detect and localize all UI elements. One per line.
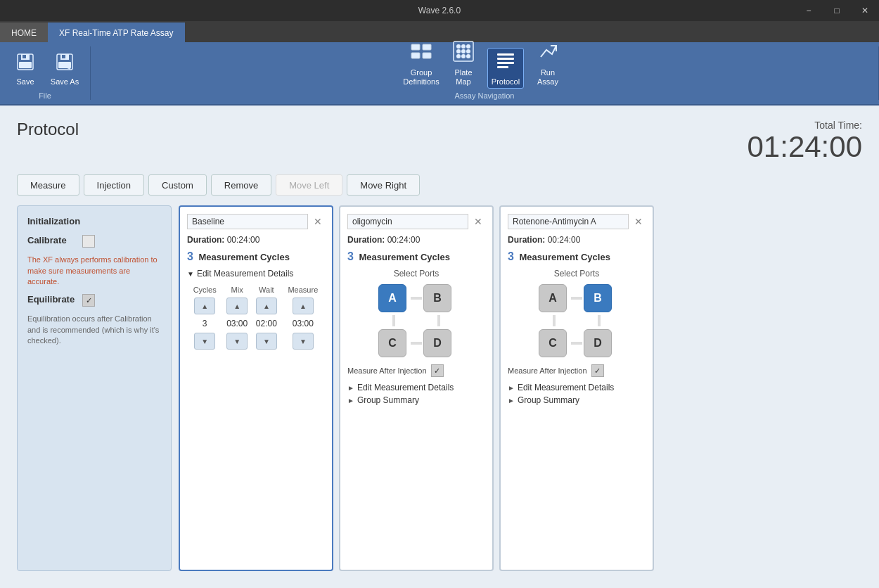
mix-down-button[interactable]: ▼ xyxy=(226,333,248,350)
step-baseline-header: ✕ xyxy=(187,214,325,229)
close-button[interactable]: ✕ xyxy=(851,0,879,21)
total-time-value: 01:24:00 xyxy=(748,131,863,163)
measure-after-rotenone: Measure After Injection ✓ xyxy=(508,364,646,377)
tab-bar: HOME XF Real-Time ATP Rate Assay xyxy=(0,21,879,42)
step-baseline-close[interactable]: ✕ xyxy=(311,215,325,229)
step-baseline-measurement-title: 3 Measurement Cycles xyxy=(187,250,325,263)
restore-button[interactable]: □ xyxy=(823,0,851,21)
protocol-icon xyxy=(494,49,517,76)
mix-header: Mix xyxy=(222,284,252,295)
port-a-button-rotenone[interactable]: A xyxy=(539,284,567,312)
svg-rect-3 xyxy=(23,55,26,58)
port-b-button[interactable]: B xyxy=(423,284,451,312)
step-baseline-duration: Duration: 00:24:00 xyxy=(187,235,325,245)
injection-button[interactable]: Injection xyxy=(84,174,144,196)
step-oligomycin-header: ✕ xyxy=(347,214,485,229)
step-rotenone-close[interactable]: ✕ xyxy=(631,215,646,229)
measure-after-oligomycin-checkbox[interactable]: ✓ xyxy=(431,364,444,377)
svg-text:+: + xyxy=(68,65,71,72)
cycles-up-button[interactable]: ▲ xyxy=(194,298,215,314)
port-d-button-rotenone[interactable]: D xyxy=(584,329,612,357)
title-bar: Wave 2.6.0 − □ ✕ xyxy=(0,0,879,21)
port-connector-bd xyxy=(437,315,440,326)
group-summary-rotenone[interactable]: ► Group Summary xyxy=(508,395,646,405)
group-summary-arrow-rotenone: ► xyxy=(508,397,515,404)
measure-down-button[interactable]: ▼ xyxy=(293,333,314,350)
svg-point-22 xyxy=(466,54,470,58)
move-left-button[interactable]: Move Left xyxy=(276,174,342,196)
table-row-values: 3 03:00 02:00 03:00 xyxy=(187,317,325,331)
svg-rect-25 xyxy=(497,62,514,64)
svg-rect-7 xyxy=(62,55,65,58)
group-definitions-icon xyxy=(410,40,432,67)
move-right-button[interactable]: Move Right xyxy=(347,174,420,196)
measure-after-rotenone-checkbox[interactable]: ✓ xyxy=(591,364,604,377)
equilibrate-checkbox[interactable]: ✓ xyxy=(82,294,95,307)
port-c-button[interactable]: C xyxy=(378,329,406,357)
step-oligomycin-name-input[interactable] xyxy=(347,214,468,229)
remove-button[interactable]: Remove xyxy=(211,174,271,196)
svg-point-15 xyxy=(461,44,466,49)
svg-point-19 xyxy=(466,49,470,53)
plate-map-button[interactable]: Plate Map xyxy=(445,48,482,89)
cycles-header: Cycles xyxy=(187,284,222,295)
measurement-table: Cycles Mix Wait Measure ▲ ▲ ▲ ▲ 3 xyxy=(187,284,325,352)
edit-details-arrow-oligomycin: ► xyxy=(347,384,354,392)
tab-xf-real-time[interactable]: XF Real-Time ATP Rate Assay xyxy=(48,23,185,42)
edit-details-arrow-rotenone: ► xyxy=(508,384,515,392)
calibrate-label: Calibrate xyxy=(27,235,77,245)
ports-grid-oligomycin: A B C D xyxy=(347,283,485,359)
svg-point-21 xyxy=(461,54,466,58)
measure-button[interactable]: Measure xyxy=(17,174,79,196)
svg-rect-9 xyxy=(411,44,420,50)
save-as-button[interactable]: + Save As xyxy=(46,48,83,89)
calibrate-checkbox[interactable] xyxy=(82,235,95,248)
measure-up-button[interactable]: ▲ xyxy=(293,298,314,314)
total-time-block: Total Time: 01:24:00 xyxy=(748,120,863,163)
mix-up-button[interactable]: ▲ xyxy=(226,298,248,314)
svg-rect-2 xyxy=(19,62,32,68)
equilibrate-description: Equilibration occurs after Calibration a… xyxy=(27,314,161,346)
step-rotenone-measurement-title: 3 Measurement Cycles xyxy=(508,250,646,263)
measure-value: 03:00 xyxy=(281,317,325,331)
measure-after-oligomycin: Measure After Injection ✓ xyxy=(347,364,485,377)
svg-point-16 xyxy=(466,44,470,49)
edit-measurement-details-toggle[interactable]: ▼ Edit Measurement Details xyxy=(187,269,325,279)
run-assay-button[interactable]: Run Assay xyxy=(530,48,566,89)
save-button[interactable]: Save xyxy=(7,48,44,89)
protocol-button[interactable]: Protocol xyxy=(487,48,524,89)
custom-button[interactable]: Custom xyxy=(148,174,207,196)
step-rotenone-name-input[interactable] xyxy=(508,214,629,229)
wait-down-button[interactable]: ▼ xyxy=(256,333,277,350)
step-baseline-name-input[interactable] xyxy=(187,214,308,229)
edit-measurement-details-rotenone[interactable]: ► Edit Measurement Details xyxy=(508,383,646,392)
window-controls[interactable]: − □ ✕ xyxy=(795,0,879,21)
plate-map-icon xyxy=(452,40,475,67)
group-definitions-button[interactable]: Group Definitions xyxy=(403,48,440,89)
group-summary-oligomycin[interactable]: ► Group Summary xyxy=(347,395,485,405)
calibrate-row: Calibrate xyxy=(27,235,161,248)
step-oligomycin-close[interactable]: ✕ xyxy=(471,215,485,229)
initialization-panel: Initialization Calibrate The XF always p… xyxy=(17,205,172,571)
step-oligomycin-duration: Duration: 00:24:00 xyxy=(347,235,485,245)
save-as-icon: + xyxy=(55,52,75,76)
port-a-button[interactable]: A xyxy=(378,284,406,312)
protocol-header: Protocol Total Time: 01:24:00 xyxy=(17,120,862,163)
mix-value: 03:00 xyxy=(222,317,252,331)
port-c-button-rotenone[interactable]: C xyxy=(539,329,567,357)
step-rotenone: ✕ Duration: 00:24:00 3 Measurement Cycle… xyxy=(499,205,654,571)
port-connector-ab xyxy=(411,297,422,300)
cycles-down-button[interactable]: ▼ xyxy=(194,333,215,350)
edit-measurement-details-oligomycin[interactable]: ► Edit Measurement Details xyxy=(347,383,485,392)
port-d-button[interactable]: D xyxy=(423,329,451,357)
wait-up-button[interactable]: ▲ xyxy=(256,298,277,314)
cycles-value: 3 xyxy=(187,317,222,331)
svg-rect-23 xyxy=(497,53,514,56)
equilibrate-row: Equilibrate ✓ xyxy=(27,294,161,307)
svg-rect-11 xyxy=(411,53,420,58)
minimize-button[interactable]: − xyxy=(795,0,823,21)
page-title: Protocol xyxy=(17,120,79,139)
port-connector-ac xyxy=(392,315,395,326)
tab-home[interactable]: HOME xyxy=(0,23,48,42)
port-b-button-rotenone[interactable]: B xyxy=(584,284,612,312)
